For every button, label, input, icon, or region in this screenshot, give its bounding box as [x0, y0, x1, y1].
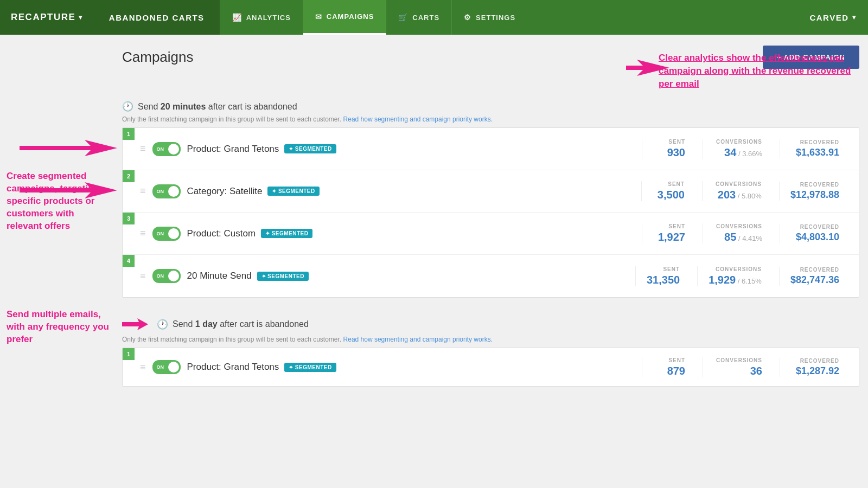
- page-content: Campaigns + ADD CAMPAIGN Clear analytics…: [117, 35, 868, 488]
- drag-handle[interactable]: ≡: [140, 185, 146, 197]
- toggle-g2-1[interactable]: ON: [152, 360, 181, 374]
- segmented-badge-g2-1: ✦ SEGMENTED: [284, 363, 336, 372]
- drag-handle[interactable]: ≡: [140, 143, 146, 155]
- clock-icon-2: 🕐: [157, 319, 168, 330]
- campaign-name-2: Category: Satellite ✦ SEGMENTED: [187, 186, 635, 197]
- brand-name: RECAPTURE: [11, 12, 75, 23]
- stats-sent-4: SENT 31,350: [635, 266, 691, 286]
- brand-chevron: ▾: [79, 14, 83, 21]
- svg-rect-5: [20, 188, 94, 192]
- campaign-name-4: 20 Minute Send ✦ SEGMENTED: [187, 271, 629, 281]
- row-number-2: 2: [123, 170, 135, 182]
- top-nav: RECAPTURE ▾ ABANDONED CARTS 📈 ANALYTICS …: [0, 0, 868, 35]
- left-sidebar: Create segmented campaigns, targeting sp…: [0, 35, 117, 488]
- segmenting-link-2[interactable]: Read how segmenting and campaign priorit…: [343, 336, 493, 343]
- segmented-badge-1: ✦ SEGMENTED: [284, 144, 336, 153]
- segmented-badge-2: ✦ SEGMENTED: [267, 187, 319, 196]
- stats-conversions-2: CONVERSIONS 203 / 5.80%: [702, 181, 773, 201]
- group1-subtext: Only the first matching campaign in this…: [122, 115, 859, 123]
- table-row: 1 ≡ ON Product: Grand Tetons ✦ SEGMENTED: [123, 348, 859, 386]
- campaign-group-2: 🕐 Send 1 day after cart is abandoned Onl…: [122, 311, 859, 387]
- campaign-title-1: Product: Grand Tetons: [187, 144, 279, 155]
- toggle-3[interactable]: ON: [152, 227, 181, 241]
- stats-recovered-g2-1: RECOVERED $1,287.92: [780, 358, 850, 377]
- table-row: 3 ≡ ON Product: Custom ✦ SEGMENTED: [123, 213, 859, 255]
- svg-rect-3: [20, 146, 94, 150]
- stats-sent-1: SENT 930: [642, 139, 696, 159]
- campaign-name-1: Product: Grand Tetons ✦ SEGMENTED: [187, 144, 635, 155]
- stats-recovered-4: RECOVERED $82,747.36: [779, 267, 850, 286]
- stats-conversions-3: CONVERSIONS 85 / 4.41%: [703, 223, 773, 243]
- row-number-4: 4: [123, 255, 135, 267]
- tab-analytics[interactable]: 📈 ANALYTICS: [220, 0, 303, 35]
- toggle-2[interactable]: ON: [152, 184, 181, 198]
- drag-handle[interactable]: ≡: [140, 228, 146, 239]
- annotation-multiple: Send multiple emails, with any frequency…: [7, 309, 110, 346]
- stats-recovered-1: RECOVERED $1,633.91: [780, 139, 850, 158]
- campaign-group-1: 🕐 Send 20 minutes after cart is abandone…: [122, 95, 859, 298]
- campaign-name-3: Product: Custom ✦ SEGMENTED: [187, 228, 635, 239]
- settings-icon: ⚙: [464, 13, 471, 22]
- sent-label: SENT: [653, 139, 685, 145]
- recovered-value-1: $1,633.91: [791, 147, 839, 158]
- brand-logo[interactable]: RECAPTURE ▾: [0, 0, 94, 35]
- campaigns-icon: ✉: [315, 12, 322, 21]
- stats-sent-3: SENT 1,927: [642, 223, 696, 243]
- toggle-1[interactable]: ON: [152, 142, 181, 156]
- group2-subtext: Only the first matching campaign in this…: [122, 336, 859, 343]
- nav-account[interactable]: CARVED ▾: [797, 0, 868, 35]
- table-row: 4 ≡ ON 20 Minute Send ✦ SEGMENTED: [123, 255, 859, 297]
- stats-sent-2: SENT 3,500: [641, 181, 695, 201]
- stats-conversions-1: CONVERSIONS 34 / 3.66%: [703, 139, 773, 159]
- analytics-annotation: Clear analytics show the effectiveness p…: [659, 52, 854, 90]
- segmenting-link-1[interactable]: Read how segmenting and campaign priorit…: [343, 115, 493, 123]
- campaign-table-1: 1 ≡ ON Product: Grand Tetons: [122, 127, 859, 298]
- row-number-1: 1: [123, 128, 135, 140]
- group1-header: 🕐 Send 20 minutes after cart is abandone…: [122, 95, 859, 115]
- page-title: Campaigns: [122, 49, 194, 66]
- nav-abandoned-carts: ABANDONED CARTS: [94, 0, 220, 35]
- analytics-icon: 📈: [232, 13, 242, 22]
- group2-header-row: 🕐 Send 1 day after cart is abandoned: [122, 311, 859, 336]
- campaign-title-3: Product: Custom: [187, 228, 256, 239]
- conv-label: CONVERSIONS: [714, 139, 762, 145]
- toggle-4[interactable]: ON: [152, 269, 181, 283]
- tab-campaigns[interactable]: ✉ CAMPAIGNS: [303, 0, 386, 35]
- tab-carts[interactable]: 🛒 CARTS: [386, 0, 452, 35]
- right-annotation-area: Clear analytics show the effectiveness p…: [122, 52, 859, 90]
- campaign-title-4: 20 Minute Send: [187, 271, 252, 281]
- stats-conversions-g2-1: CONVERSIONS 36: [703, 357, 773, 377]
- table-row: 1 ≡ ON Product: Grand Tetons: [123, 128, 859, 170]
- segmented-badge-4: ✦ SEGMENTED: [257, 272, 309, 281]
- drag-handle[interactable]: ≡: [140, 271, 146, 282]
- rec-label: RECOVERED: [791, 139, 839, 145]
- table-row: 2 ≡ ON Category: Satellite: [123, 170, 859, 213]
- campaign-title-2: Category: Satellite: [187, 186, 263, 197]
- campaign-title-g2-1: Product: Grand Tetons: [187, 362, 279, 373]
- nav-tabs: 📈 ANALYTICS ✉ CAMPAIGNS 🛒 CARTS ⚙ SETTIN…: [220, 0, 798, 35]
- svg-rect-1: [626, 66, 647, 70]
- campaign-table-2: 1 ≡ ON Product: Grand Tetons ✦ SEGMENTED: [122, 348, 859, 387]
- clock-icon-1: 🕐: [122, 101, 133, 112]
- row-number-g2-1: 1: [123, 348, 135, 360]
- svg-rect-7: [122, 322, 142, 326]
- stats-recovered-3: RECOVERED $4,803.10: [780, 224, 850, 243]
- drag-handle[interactable]: ≡: [140, 362, 146, 373]
- stats-recovered-2: RECOVERED $12,978.88: [779, 182, 850, 201]
- stats-conversions-4: CONVERSIONS 1,929 / 6.15%: [697, 266, 773, 286]
- row-number-3: 3: [123, 213, 135, 224]
- stats-sent-g2-1: SENT 879: [642, 357, 696, 377]
- campaign-name-g2-1: Product: Grand Tetons ✦ SEGMENTED: [187, 362, 635, 373]
- sent-value-1: 930: [653, 146, 685, 159]
- carts-icon: 🛒: [398, 13, 408, 22]
- segmented-badge-3: ✦ SEGMENTED: [261, 229, 312, 238]
- tab-settings[interactable]: ⚙ SETTINGS: [452, 0, 527, 35]
